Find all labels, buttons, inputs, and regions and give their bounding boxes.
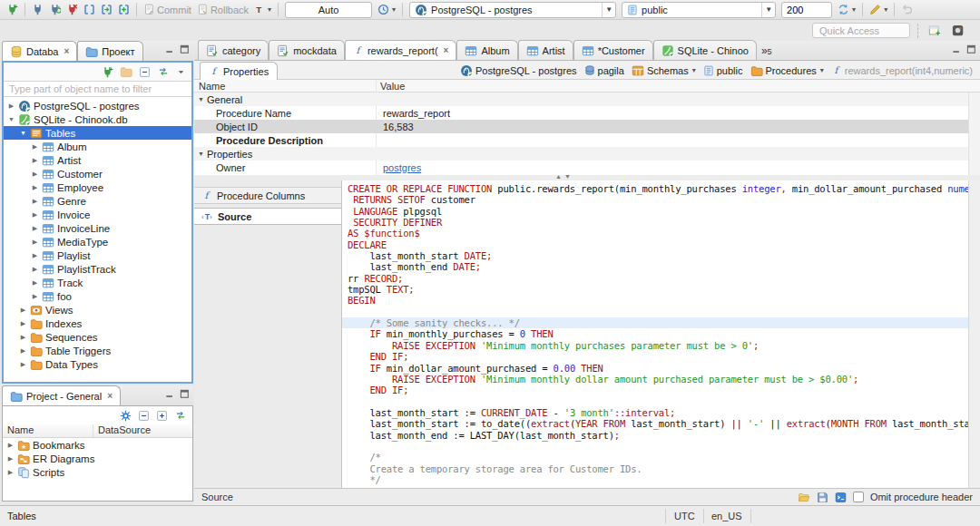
editor-tab-album[interactable]: Album [456, 40, 517, 60]
navigator-new-connection-icon[interactable]: + [102, 66, 113, 78]
project-link-with-editor-icon[interactable] [174, 410, 187, 421]
tree-item-genre[interactable]: ▶Genre [4, 194, 191, 208]
new-sql-editor-button[interactable] [115, 1, 132, 18]
schema-dropdown-icon[interactable]: ▼ [761, 3, 775, 17]
breadcrumb-schemas[interactable]: Schemas▾ [632, 64, 696, 77]
undo-button[interactable] [898, 1, 916, 18]
locale-indicator[interactable]: en_US [703, 509, 751, 523]
column-header-name[interactable]: Name [3, 424, 93, 437]
tree-item-sequences[interactable]: ▶Sequences [4, 330, 191, 344]
close-tab-icon[interactable]: × [444, 45, 449, 55]
view-menu-icon[interactable] [176, 67, 186, 77]
subtab-source[interactable]: ‹T›Source [194, 208, 341, 225]
tree-item-tables[interactable]: ▼Tables [4, 126, 191, 140]
expand-arrow-icon[interactable]: ▶ [6, 469, 15, 476]
property-row-procedure-description[interactable]: Procedure Description [194, 133, 980, 147]
omit-procedure-header-checkbox[interactable] [853, 492, 864, 502]
tree-item-track[interactable]: ▶Track [4, 276, 191, 289]
breadcrumb-public[interactable]: public [703, 64, 743, 77]
sash-up-icon[interactable]: ▲ [555, 173, 562, 180]
property-row-procedure-name[interactable]: Procedure Namerewards_report [194, 106, 980, 120]
editor-tab-category[interactable]: category [198, 40, 269, 60]
editor-tab-artist[interactable]: Artist [518, 40, 573, 60]
fetch-size-input[interactable] [781, 2, 832, 18]
expand-arrow-icon[interactable]: ▼ [7, 116, 15, 122]
expand-arrow-icon[interactable]: ▼ [19, 130, 27, 136]
save-file-icon[interactable] [817, 492, 828, 503]
tree-item-mediatype[interactable]: ▶MediaType [4, 235, 191, 248]
property-row-object-id[interactable]: Object ID16,583 [194, 120, 980, 133]
expand-arrow-icon[interactable]: ▶ [31, 184, 39, 191]
disconnect-button[interactable] [64, 1, 81, 18]
timezone-indicator[interactable]: UTC [665, 509, 704, 523]
property-row-general[interactable]: ▼General [194, 93, 980, 106]
tree-item-artist[interactable]: ▶Artist [4, 153, 191, 167]
transaction-log-button[interactable]: T ▾ [251, 1, 274, 18]
column-header-datasource[interactable]: DataSource [93, 424, 151, 437]
project-collapse-all-icon[interactable] [138, 410, 150, 422]
source-code-viewer[interactable]: CREATE OR REPLACE FUNCTION public.reward… [342, 180, 968, 488]
maximize-panel-icon[interactable] [180, 44, 190, 54]
expand-arrow-icon[interactable]: ▶ [7, 102, 15, 110]
expand-arrow-icon[interactable]: ▶ [31, 266, 39, 273]
transaction-history-button[interactable]: ▾ [375, 1, 398, 18]
tab-projects[interactable]: Проект [77, 41, 142, 61]
maximize-panel-icon[interactable] [966, 44, 976, 54]
expand-arrow-icon[interactable]: ▶ [19, 307, 27, 314]
tree-item-table-triggers[interactable]: ▶Table Triggers [4, 344, 191, 357]
tree-item-playlisttrack[interactable]: ▶PlaylistTrack [4, 262, 191, 276]
schema-select[interactable]: public ▼ [622, 2, 776, 18]
expand-arrow-icon[interactable]: ▶ [31, 157, 39, 164]
tab-database-navigator[interactable]: Databa × [2, 41, 77, 61]
expand-arrow-icon[interactable]: ▶ [31, 143, 39, 151]
tree-item-invoiceline[interactable]: ▶InvoiceLine [4, 221, 191, 235]
sql-console-button[interactable] [98, 1, 115, 18]
expand-arrow-icon[interactable]: ▶ [19, 334, 27, 341]
refresh-button[interactable]: ▾ [835, 1, 858, 18]
connect-button[interactable] [29, 1, 46, 18]
editor-tab-customer[interactable]: *Customer [573, 40, 653, 60]
editor-tab-rewards-report[interactable]: frewards_report(× [345, 40, 456, 60]
breadcrumb-rewards-report-int4-numeric[interactable]: frewards_report(int4,numeric) [831, 64, 973, 76]
link-with-editor-icon[interactable] [157, 66, 170, 77]
expand-arrow-icon[interactable]: ▶ [31, 279, 39, 287]
tree-item-invoice[interactable]: ▶Invoice [4, 208, 191, 221]
mock-data-button[interactable]: ▾ [867, 1, 890, 18]
close-tab-icon[interactable]: × [64, 46, 69, 56]
minimize-panel-icon[interactable] [165, 389, 175, 399]
subtab-procedure-columns[interactable]: fProcedure Columns [194, 187, 341, 204]
editor-tab-mockdata[interactable]: mockdata [269, 40, 345, 60]
grid-column-name[interactable]: Name [199, 81, 225, 92]
invalidate-reconnect-button[interactable] [46, 1, 64, 18]
open-file-icon[interactable] [798, 492, 810, 503]
sql-editor-button[interactable] [81, 1, 98, 18]
expand-arrow-icon[interactable]: ▶ [31, 198, 39, 205]
tree-item-foo[interactable]: ▶foo [4, 289, 191, 303]
breadcrumb-postgresql-postgres[interactable]: PostgreSQL - postgres [460, 64, 576, 77]
quick-access-input[interactable]: Quick Access [812, 23, 910, 38]
project-item-scripts[interactable]: ▶Scripts [3, 465, 192, 479]
expand-arrow-icon[interactable]: ▼ [198, 96, 205, 102]
expand-arrow-icon[interactable]: ▶ [19, 361, 27, 368]
sash-down-icon[interactable]: ▼ [564, 173, 571, 180]
close-tab-icon[interactable]: × [107, 391, 113, 401]
breadcrumb-pagila[interactable]: pagila [584, 64, 624, 76]
connection-dropdown-icon[interactable]: ▼ [602, 3, 615, 17]
tree-item-customer[interactable]: ▶Customer [4, 167, 191, 180]
code-scrollbar[interactable] [968, 180, 980, 488]
editor-tab-sqlite-chinoo[interactable]: SQLite - Chinoo [653, 40, 757, 60]
tree-item-indexes[interactable]: ▶Indexes [4, 317, 191, 330]
tab-overflow-indicator[interactable]: »5 [761, 44, 772, 57]
property-row-properties[interactable]: ▼Properties [194, 147, 980, 161]
expand-arrow-icon[interactable]: ▶ [19, 320, 27, 327]
tree-item-employee[interactable]: ▶Employee [4, 180, 191, 194]
expand-arrow-icon[interactable]: ▶ [31, 293, 39, 300]
expand-arrow-icon[interactable]: ▶ [6, 442, 15, 449]
connection-select[interactable]: PostgreSQL - postgres ▼ [409, 2, 616, 18]
project-settings-icon[interactable] [120, 410, 132, 422]
console-icon[interactable] [835, 492, 847, 503]
tab-properties[interactable]: f Properties [200, 62, 278, 80]
expand-arrow-icon[interactable]: ▶ [31, 211, 39, 219]
tree-item-data-types[interactable]: ▶Data Types [4, 357, 191, 371]
dbeaver-perspective-button[interactable] [949, 22, 967, 39]
